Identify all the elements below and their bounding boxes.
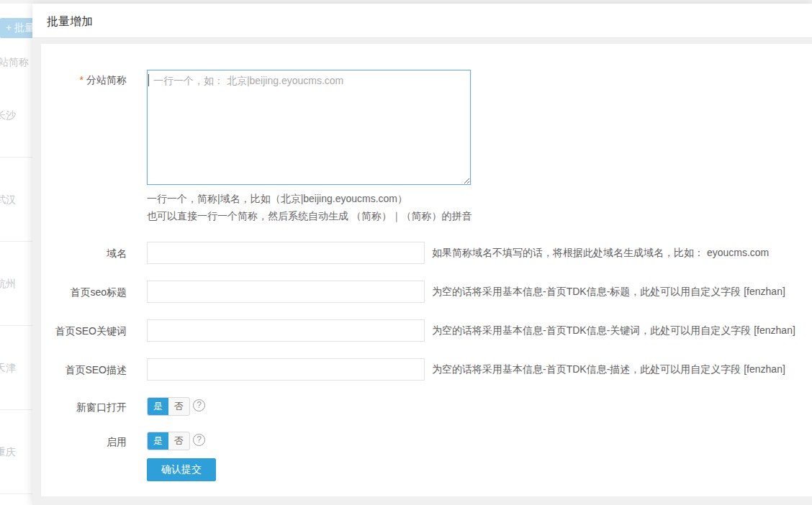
domain-label: 域名 <box>0 247 127 260</box>
table-row: 长沙 <box>0 109 16 122</box>
toggle-yes-option[interactable]: 是 <box>148 432 168 450</box>
required-mark: * <box>80 74 84 86</box>
domain-input[interactable] <box>147 242 425 264</box>
enabled-toggle[interactable]: 是 否 <box>147 432 190 450</box>
toggle-yes-option[interactable]: 是 <box>148 398 168 415</box>
toggle-no-option[interactable]: 否 <box>168 398 189 415</box>
seo-keywords-input[interactable] <box>147 319 425 342</box>
enabled-label: 启用 <box>0 436 127 449</box>
dialog-title: 批量增加 <box>47 14 93 29</box>
branch-name-label-text: 分站简称 <box>86 74 127 86</box>
backdrop-table-header: 分站简称 <box>0 56 29 69</box>
help-question-icon[interactable]: ? <box>193 434 205 446</box>
confirm-submit-button[interactable]: 确认提交 <box>147 458 216 481</box>
branch-name-help-2: 也可以直接一行一个简称，然后系统自动生成 （简称）｜（简称）的拼音 <box>147 210 472 223</box>
seo-keywords-hint: 为空的话将采用基本信息-首页TDK信息-关键词，此处可以用自定义字段 [fenz… <box>432 324 795 337</box>
row-divider <box>0 241 32 242</box>
open-new-window-toggle[interactable]: 是 否 <box>147 397 190 416</box>
seo-description-label: 首页SEO描述 <box>0 364 127 377</box>
open-new-window-label: 新窗口打开 <box>0 401 127 414</box>
seo-description-input[interactable] <box>147 358 425 381</box>
toggle-no-option[interactable]: 否 <box>168 432 189 450</box>
dialog-header: 批量增加 <box>32 4 812 38</box>
seo-keywords-label: 首页SEO关键词 <box>0 325 127 338</box>
row-divider <box>0 493 32 494</box>
domain-hint: 如果简称域名不填写的话，将根据此处域名生成域名，比如： eyoucms.com <box>432 247 769 260</box>
page: + 批量增加 分站简称 长沙 武汉 杭州 天津 重庆 批量增加 *分站简称 一行… <box>0 0 812 505</box>
seo-title-input[interactable] <box>147 281 425 303</box>
branch-name-textarea[interactable] <box>147 70 471 185</box>
seo-description-hint: 为空的话将采用基本信息-首页TDK信息-描述，此处可以用自定义字段 [fenzh… <box>432 363 785 376</box>
help-question-icon[interactable]: ? <box>193 399 205 411</box>
row-divider <box>0 157 32 158</box>
seo-title-hint: 为空的话将采用基本信息-首页TDK信息-标题，此处可以用自定义字段 [fenzh… <box>432 286 785 299</box>
branch-name-label: *分站简称 <box>0 74 127 87</box>
branch-name-help-1: 一行一个，简称|域名，比如（北京|beijing.eyoucms.com） <box>147 193 407 206</box>
table-row: 武汉 <box>0 194 16 206</box>
seo-title-label: 首页seo标题 <box>0 286 127 299</box>
text-caret <box>148 74 149 86</box>
